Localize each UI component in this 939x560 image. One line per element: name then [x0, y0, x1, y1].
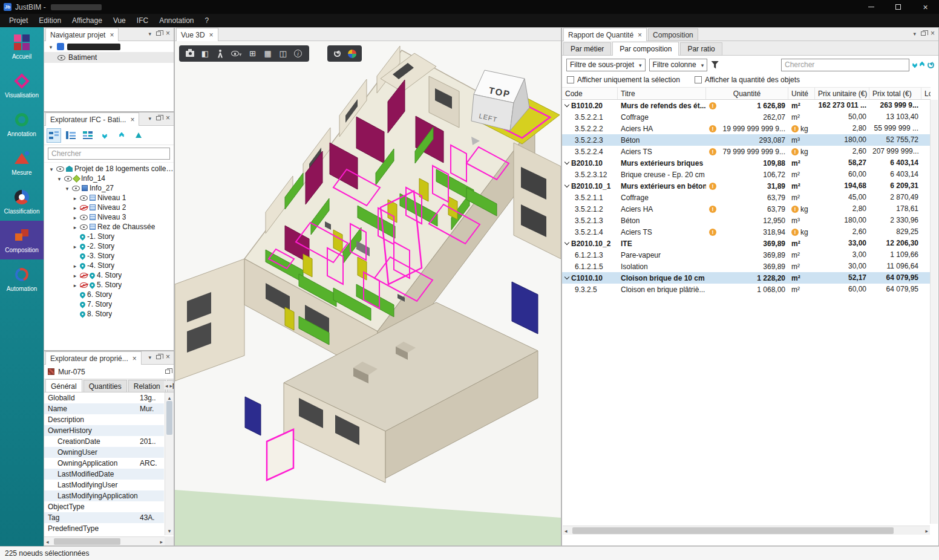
tree-item[interactable]: Niveau 1: [44, 193, 174, 203]
property-row[interactable]: CreationDate 201..: [44, 436, 164, 447]
float-panel-icon[interactable]: [921, 31, 926, 36]
sync-selection-button[interactable]: [333, 49, 341, 59]
eye-icon[interactable]: [56, 166, 64, 172]
warning-icon[interactable]: [709, 206, 716, 213]
row-expander-icon[interactable]: [564, 274, 569, 279]
warning-icon[interactable]: [709, 148, 716, 155]
ifc-search-input[interactable]: [48, 148, 170, 160]
vertical-scrollbar[interactable]: [165, 392, 174, 535]
menu-item[interactable]: ?: [200, 15, 215, 26]
tree-item[interactable]: -1. Story: [44, 232, 174, 241]
screenshot-button[interactable]: [186, 49, 194, 59]
eye-icon[interactable]: [64, 176, 72, 181]
expander-icon[interactable]: [48, 42, 54, 51]
property-row[interactable]: Name Mur.: [44, 403, 164, 414]
table-row[interactable]: 3.5.2.1.1 Coffrage 63,79 m² 45,00 2 870,…: [562, 192, 931, 203]
expander-open-icon[interactable]: [56, 174, 62, 183]
sidebar-item[interactable]: Classification: [0, 182, 44, 221]
menu-item[interactable]: Vue: [108, 15, 131, 26]
refresh-button[interactable]: [928, 62, 934, 68]
close-tab-icon[interactable]: [209, 31, 214, 39]
sidebar-item[interactable]: Composition: [0, 221, 44, 259]
close-panel-icon[interactable]: [166, 29, 170, 37]
property-tab[interactable]: Général: [45, 379, 82, 392]
vertical-scrollbar[interactable]: [930, 100, 938, 524]
property-row[interactable]: OwningApplication ARC.: [44, 458, 164, 469]
table-row[interactable]: 3.5.2.3.12 Brique creuse - Ep. 20 cm 106…: [562, 169, 931, 180]
close-tab-icon[interactable]: [130, 116, 134, 124]
scroll-up-icon[interactable]: [168, 393, 171, 402]
tree-item[interactable]: Info_27: [44, 183, 174, 193]
table-row[interactable]: 6.1.2.1.5 Isolation 369,89 m² 30,00 11 0…: [562, 261, 931, 272]
checkbox-option[interactable]: Afficher la quantité des objets: [695, 76, 800, 84]
close-button[interactable]: [912, 0, 939, 14]
scrollbar-thumb[interactable]: [54, 538, 120, 545]
expander-closed-icon[interactable]: [72, 203, 78, 212]
expander-closed-icon[interactable]: [72, 271, 78, 279]
warning-icon[interactable]: [709, 125, 716, 132]
column-header-code[interactable]: Code: [562, 88, 618, 99]
tab-navigateur-projet[interactable]: Navigateur projet: [45, 28, 119, 41]
filter-funnel-icon[interactable]: [711, 61, 719, 69]
warning-icon[interactable]: [791, 148, 799, 155]
expand-all-button[interactable]: [913, 63, 917, 66]
panel-tab[interactable]: Rapport de Quantité: [563, 28, 647, 41]
report-subtab[interactable]: Par composition: [612, 42, 679, 56]
scroll-left-icon[interactable]: [564, 526, 568, 535]
property-tab[interactable]: Quantities: [83, 380, 127, 392]
checkbox[interactable]: [567, 76, 574, 83]
property-tab[interactable]: Relation: [128, 380, 166, 392]
tab-explorateur-proprietes[interactable]: Explorateur de proprié...: [45, 351, 142, 365]
subproject-filter-select[interactable]: Filtre de sous-projet: [566, 59, 646, 71]
navigator-root-row[interactable]: [44, 41, 174, 52]
3d-model-canvas[interactable]: TOP LEFT ◧ ⊞ ▦ ◫: [175, 41, 561, 545]
sidebar-item[interactable]: Accueil: [0, 27, 44, 66]
column-header-prix-unitaire[interactable]: Prix unitaire (€): [815, 88, 869, 99]
horizontal-scrollbar[interactable]: [563, 526, 930, 535]
property-row[interactable]: LastModifiedDate: [44, 469, 164, 480]
navigator-building-row[interactable]: Batiment: [44, 52, 174, 63]
table-row[interactable]: 6.1.2.1.3 Pare-vapeur 369,89 m² 3,00 1 1…: [562, 249, 931, 261]
expander-closed-icon[interactable]: [72, 261, 78, 270]
property-row[interactable]: LastModifyingApplication: [44, 490, 164, 501]
chevron-down-icon[interactable]: [148, 114, 151, 122]
table-row[interactable]: 3.5.2.2.3 Béton 293,087 m³ 180,00 52 755…: [562, 134, 931, 146]
menu-item[interactable]: Edition: [33, 15, 67, 26]
tree-item[interactable]: 6. Story: [44, 290, 174, 299]
flat-view-button[interactable]: [64, 128, 78, 143]
warning-icon[interactable]: [709, 183, 716, 190]
scroll-down-icon[interactable]: [168, 526, 171, 535]
section-plane-button[interactable]: ◫: [279, 49, 287, 59]
eye-icon[interactable]: [57, 55, 65, 60]
table-row[interactable]: 3.5.2.2.4 Aciers TS 79 999 999 999 9... …: [562, 146, 931, 157]
table-row[interactable]: 3.5.2.2.1 Coffrage 262,07 m² 50,00 13 10…: [562, 111, 931, 123]
tab-explorateur-ifc[interactable]: Explorateur IFC - Bati...: [45, 112, 139, 126]
pin-form-icon[interactable]: [165, 370, 170, 374]
collapse-all-button[interactable]: [114, 128, 129, 143]
warning-icon[interactable]: [709, 229, 716, 236]
tree-item[interactable]: Rez de Chaussée: [44, 222, 174, 232]
property-row[interactable]: OwnerHistory: [44, 425, 164, 436]
row-expander-icon[interactable]: [564, 182, 569, 187]
menu-item[interactable]: Projet: [4, 15, 33, 26]
tree-item[interactable]: -3. Story: [44, 251, 174, 261]
property-row[interactable]: ObjectType: [44, 501, 164, 512]
table-row[interactable]: B2010.10_2 ITE 369,89 m² 33,00 12 206,30: [562, 238, 931, 249]
property-row[interactable]: Description: [44, 414, 164, 425]
scroll-right-icon[interactable]: [160, 537, 163, 545]
table-row[interactable]: B2010.10_1 Murs extérieurs en béton 31,8…: [562, 180, 931, 192]
expander-closed-icon[interactable]: [72, 223, 78, 231]
column-header-quantite[interactable]: Quantité: [706, 88, 788, 99]
table-row[interactable]: C1010.10 Cloison brique de 10 cm 1 228,2…: [562, 272, 931, 284]
tree-item[interactable]: 5. Story: [44, 280, 174, 290]
eye-hidden-icon[interactable]: [80, 273, 88, 278]
scrollbar-thumb[interactable]: [166, 401, 172, 435]
row-expander-icon[interactable]: [564, 102, 569, 106]
column-header-unite[interactable]: Unité: [788, 88, 815, 99]
eye-icon[interactable]: [80, 195, 88, 201]
table-row[interactable]: 3.5.2.1.4 Aciers TS 318,94 kg 2,60 829,2…: [562, 226, 931, 238]
menu-item[interactable]: Affichage: [67, 15, 108, 26]
column-filter-select[interactable]: Filtre colonne: [649, 59, 708, 71]
close-panel-icon[interactable]: [166, 114, 170, 122]
tree-item[interactable]: 8. Story: [44, 309, 174, 319]
